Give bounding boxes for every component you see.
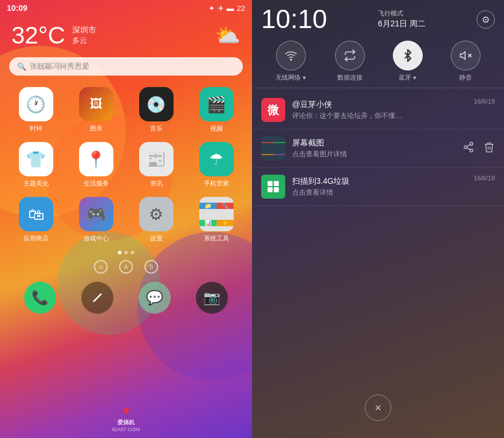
wifi-control[interactable]: 无线网络 ▼ <box>275 41 307 82</box>
weather-info: 深圳市 多云 <box>72 25 96 46</box>
screenshot-actions <box>463 141 495 156</box>
bluetooth-circle <box>393 41 423 70</box>
search-icon: 🔍 <box>17 62 26 71</box>
svg-point-5 <box>470 142 473 145</box>
data-circle <box>335 41 365 70</box>
notif-cleaner[interactable]: 扫描到3.4G垃圾 点击查看详情 16/6/18 <box>252 168 504 206</box>
mute-circle <box>451 41 481 70</box>
nav-dot-3[interactable] <box>131 251 134 254</box>
watermark-brand: 爱搞机 <box>117 419 135 427</box>
cleaner-time: 16/6/18 <box>474 175 495 181</box>
sc-cell-1 <box>261 142 273 143</box>
dock-message[interactable]: 💬 <box>139 282 171 314</box>
left-status-bar: 10:09 ✦ ✈ ▬ 22 <box>0 0 252 16</box>
app-grid: 🕐 时钟 🖼 图库 💿 音乐 🎬 视频 👕 主题美化 📍 生活服务 📰 资讯 <box>0 82 252 247</box>
gallery-icon: 🖼 <box>79 87 113 121</box>
notif-screenshot[interactable]: 屏幕截图 点击查看图片详情 <box>252 129 504 168</box>
svg-rect-13 <box>274 187 279 192</box>
nav-home[interactable]: ⊙ <box>94 260 108 274</box>
app-game[interactable]: 🎮 游戏中心 <box>66 192 126 247</box>
bluetooth-icon: ✦ <box>208 4 215 13</box>
right-date: 6月21日 周二 <box>378 19 426 29</box>
app-gallery[interactable]: 🖼 图库 <box>66 82 126 137</box>
app-manager[interactable]: ☂ 手机管家 <box>186 137 246 192</box>
screenshot-content: 屏幕截图 点击查看图片详情 <box>292 138 456 159</box>
wifi-label: 无线网络 ▼ <box>275 73 307 82</box>
mute-label: 静音 <box>459 73 472 82</box>
theme-icon: 👕 <box>19 142 53 176</box>
data-control[interactable]: 数据连接 <box>335 41 365 82</box>
svg-rect-10 <box>267 181 273 186</box>
app-clock[interactable]: 🕐 时钟 <box>6 82 66 137</box>
app-gallery-label: 图库 <box>90 124 103 133</box>
watermark: ♥ 爱搞机 iGA07.COM <box>112 404 140 432</box>
cleaner-content: 扫描到3.4G垃圾 点击查看详情 <box>292 176 467 198</box>
close-button[interactable]: × <box>365 394 391 421</box>
share-button[interactable] <box>463 141 474 156</box>
battery-icon: ▬ <box>227 4 234 13</box>
bluetooth-label: 蓝牙 ▼ <box>399 73 418 82</box>
airplane-icon: ✈ <box>218 4 224 13</box>
notif-weibo[interactable]: 微 @豆芽小侠 评论你：这个要去论坛弄，你不懂，不要... 16/6/19 <box>252 91 504 129</box>
nav-a[interactable]: A <box>119 260 133 274</box>
bluetooth-control[interactable]: 蓝牙 ▼ <box>393 41 423 82</box>
watermark-heart: ♥ <box>122 404 129 419</box>
sc-cell-4 <box>273 154 285 155</box>
svg-line-0 <box>93 294 101 302</box>
right-panel: 10:10 飞行模式 6月21日 周二 ⚙ 无线网络 ▼ <box>252 0 504 438</box>
left-time: 10:09 <box>7 3 27 13</box>
weather-temp: 32°C <box>11 22 65 49</box>
weibo-icon: 微 <box>261 98 285 122</box>
video-icon: 🎬 <box>199 87 234 121</box>
right-time: 10:10 <box>261 6 327 32</box>
nav-dot-1[interactable] <box>118 251 121 254</box>
app-store-label: 应用商店 <box>23 234 49 243</box>
weibo-desc: 评论你：这个要去论坛弄，你不懂，不要... <box>292 111 407 121</box>
app-video-label: 视频 <box>210 124 223 133</box>
svg-point-1 <box>290 59 292 60</box>
app-music[interactable]: 💿 音乐 <box>126 82 186 137</box>
nav-dots <box>0 247 252 258</box>
app-store[interactable]: 🛍 应用商店 <box>6 192 66 247</box>
search-bar[interactable]: 🔍 张靓颖冯轲秀恩爱 <box>9 57 243 76</box>
flight-mode-label: 飞行模式 <box>378 9 403 18</box>
cleaner-icon <box>261 175 285 199</box>
weibo-content: @豆芽小侠 评论你：这个要去论坛弄，你不懂，不要... <box>292 100 467 121</box>
app-video[interactable]: 🎬 视频 <box>186 82 246 137</box>
dock-search[interactable] <box>81 282 113 314</box>
app-game-label: 游戏中心 <box>84 234 109 243</box>
weather-section: 32°C 深圳市 多云 ⛅ <box>0 16 252 54</box>
app-news[interactable]: 📰 资讯 <box>126 137 186 192</box>
settings-button[interactable]: ⚙ <box>477 10 495 29</box>
left-panel: 10:09 ✦ ✈ ▬ 22 32°C 深圳市 多云 ⛅ 🔍 张靓颖冯轲秀恩爱 … <box>0 0 252 438</box>
app-news-label: 资讯 <box>150 179 163 188</box>
mute-control[interactable]: 静音 <box>451 41 481 82</box>
weibo-title: @豆芽小侠 <box>292 100 467 110</box>
weibo-time: 16/6/19 <box>474 98 495 105</box>
svg-rect-12 <box>267 187 273 192</box>
nav-dot-2[interactable] <box>124 251 128 254</box>
watermark-domain: iGA07.COM <box>112 427 140 432</box>
app-life[interactable]: 📍 生活服务 <box>66 137 126 192</box>
music-icon: 💿 <box>139 87 174 121</box>
store-icon: 🛍 <box>19 197 53 231</box>
dock-camera[interactable]: 📷 <box>196 282 228 314</box>
screenshot-desc: 点击查看图片详情 <box>292 149 407 159</box>
svg-point-7 <box>470 149 473 152</box>
game-icon: 🎮 <box>79 197 113 231</box>
right-status-bar: 10:10 飞行模式 6月21日 周二 ⚙ <box>252 0 504 35</box>
dock: 📞 💬 📷 <box>0 276 252 319</box>
svg-marker-2 <box>460 52 465 60</box>
delete-button[interactable] <box>483 141 495 156</box>
manager-icon: ☂ <box>199 142 234 176</box>
cleaner-title: 扫描到3.4G垃圾 <box>292 176 467 187</box>
app-tools-label: 系统工具 <box>204 234 229 243</box>
app-tools[interactable]: 📁 🔧 📊 ⚡ 系统工具 <box>186 192 246 247</box>
cleaner-desc: 点击查看详情 <box>292 188 407 198</box>
nav-b[interactable]: B <box>144 260 158 274</box>
sc-cell-3 <box>261 154 273 155</box>
dock-phone[interactable]: 📞 <box>24 282 56 314</box>
app-settings[interactable]: ⚙ 设置 <box>126 192 186 247</box>
app-theme[interactable]: 👕 主题美化 <box>6 137 66 192</box>
nav-circles: ⊙ A B <box>0 258 252 276</box>
